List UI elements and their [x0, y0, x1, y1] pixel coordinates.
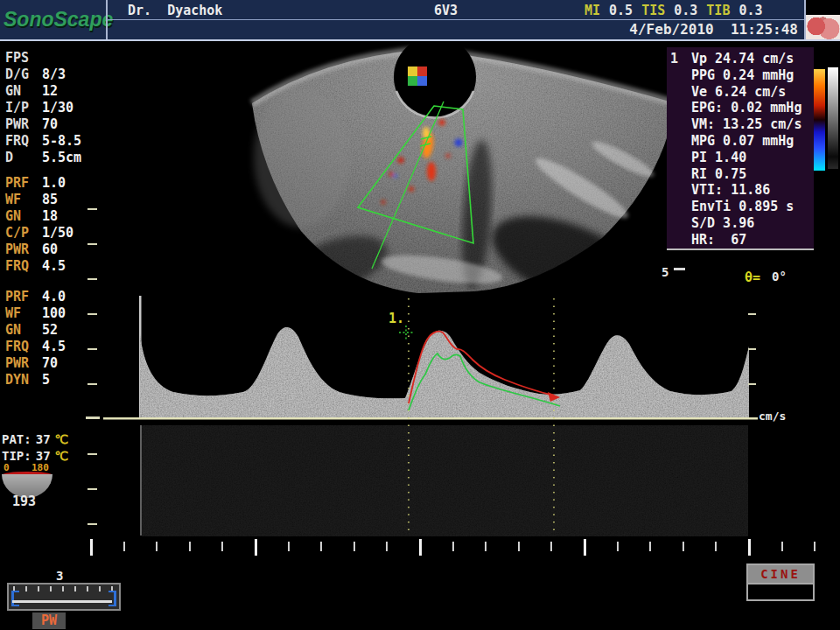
- scroll-thumb[interactable]: [12, 600, 112, 603]
- time-tick: [814, 542, 816, 551]
- time-tick: [452, 542, 454, 551]
- time-tick: [354, 542, 355, 551]
- cine-button-field[interactable]: [748, 583, 813, 599]
- time-tick: [485, 542, 486, 551]
- scrollbar-tick: [87, 586, 88, 592]
- cine-frame-label: 3: [56, 569, 63, 583]
- time-tick: [221, 542, 223, 551]
- time-tick: [90, 539, 93, 556]
- time-tick: [617, 542, 619, 551]
- cine-button[interactable]: CINE: [746, 564, 815, 601]
- time-tick: [419, 539, 422, 556]
- time-tick: [550, 542, 552, 551]
- time-tick: [156, 542, 158, 551]
- time-tick: [682, 542, 684, 551]
- ultrasound-screen: SonoScape Dr. Dyachok 6V3 MI 0.5 TIS 0.3…: [0, 0, 840, 630]
- time-tick: [649, 542, 651, 551]
- cine-button-label[interactable]: CINE: [748, 565, 813, 583]
- time-tick: [255, 539, 257, 556]
- cine-scrollbar[interactable]: [7, 583, 121, 611]
- scrollbar-tick: [50, 586, 52, 592]
- time-tick: [518, 542, 520, 551]
- scrollbar-tick: [25, 586, 27, 592]
- time-tick: [584, 539, 586, 556]
- time-tick: [386, 542, 388, 551]
- time-tick: [123, 542, 125, 551]
- time-tick: [189, 542, 191, 551]
- pw-mode-badge[interactable]: PW: [32, 612, 66, 629]
- scrollbar-tick: [38, 586, 39, 592]
- scrollbar-tick: [74, 586, 76, 592]
- time-tick: [781, 542, 783, 551]
- time-tick: [748, 539, 751, 556]
- time-tick: [320, 542, 322, 551]
- time-tick: [715, 542, 717, 551]
- time-scale: [0, 0, 840, 630]
- scrollbar-tick: [62, 586, 64, 592]
- scroll-range-start[interactable]: [11, 591, 19, 606]
- scroll-range-end[interactable]: [108, 591, 116, 606]
- time-tick: [288, 542, 290, 551]
- scrollbar-tick: [99, 586, 101, 592]
